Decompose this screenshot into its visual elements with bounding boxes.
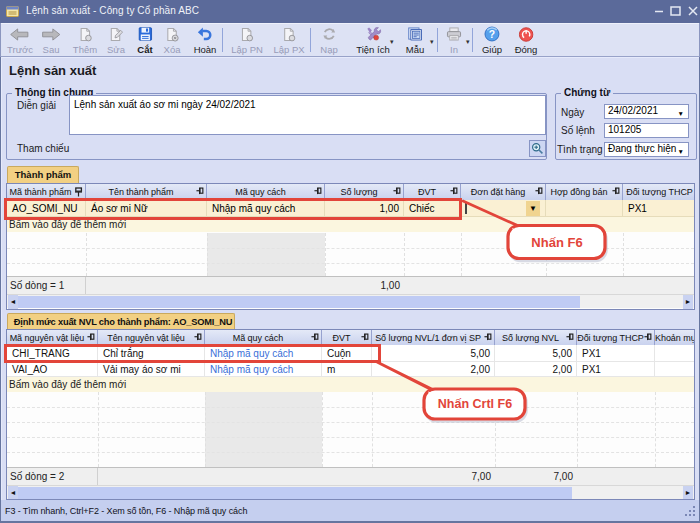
svg-text:?: ? [489,29,495,40]
